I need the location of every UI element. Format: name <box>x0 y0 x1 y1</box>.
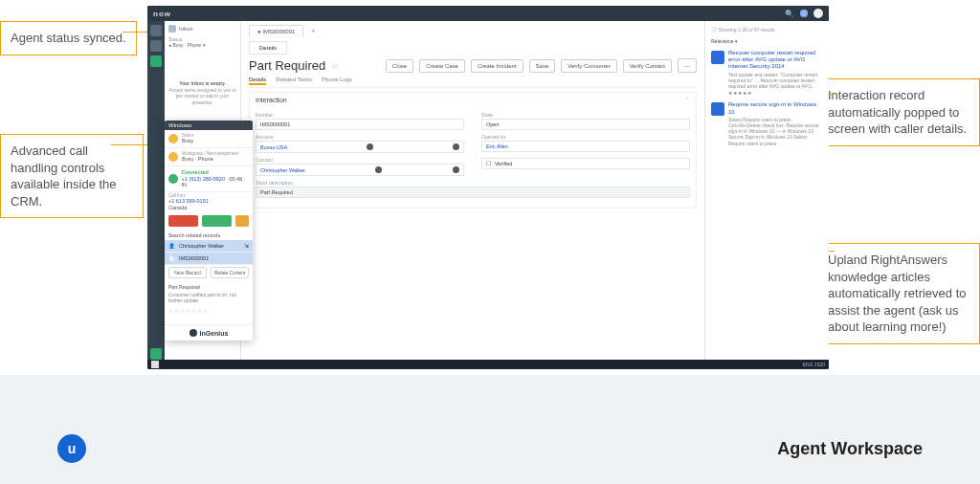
new-record-button[interactable]: New Record <box>168 267 207 278</box>
subtab-details[interactable]: Details <box>249 41 287 55</box>
tab-add-button[interactable]: + <box>305 25 321 37</box>
inbox-tab-icon <box>168 25 176 33</box>
value: Verified <box>495 161 512 166</box>
results-meta: 📄 Showing 1-30 of 97 results <box>711 27 823 33</box>
lookup-icon[interactable] <box>453 166 459 173</box>
state-field[interactable]: Open <box>481 119 690 130</box>
cti-footer: InGenius <box>165 324 253 341</box>
avatar[interactable] <box>813 9 823 18</box>
notification-icon[interactable] <box>800 10 808 17</box>
call-buttons <box>165 211 253 231</box>
cti-panel: Windows StatusBusy Workgroup / Next assi… <box>165 121 253 341</box>
val[interactable]: Busy <box>182 138 194 144</box>
relate-current-button[interactable]: Relate Current <box>211 267 249 278</box>
knowledge-article[interactable]: Recover computer restart required error … <box>711 50 823 96</box>
comment[interactable]: Customer notified part is on, not furthe… <box>165 292 253 307</box>
transfer-button[interactable] <box>235 215 249 227</box>
footer-band <box>0 375 980 484</box>
left-rail <box>147 21 165 360</box>
info-icon[interactable] <box>367 143 373 150</box>
inbox-icon[interactable] <box>150 40 162 52</box>
search-label: Search related records <box>165 231 253 240</box>
phone-icon[interactable] <box>150 348 162 360</box>
openedfor-field[interactable]: Eric Allen <box>481 141 690 152</box>
create-incident-button[interactable]: Create Incident <box>471 59 523 73</box>
tab-record[interactable]: ● IMS0000001 <box>249 25 303 37</box>
record-column: ● IMS0000001 + Details Part Required ☆ C… <box>241 21 704 360</box>
label: Short description <box>256 180 690 186</box>
account-field[interactable]: Boxeo USA <box>256 141 464 153</box>
value: Christopher Walker <box>260 167 305 173</box>
callout-knowledge: Upland RightAnswers knowledge articles a… <box>817 243 980 344</box>
result-row[interactable]: 📄IMS0000001 <box>165 253 253 265</box>
callout-call-controls: Advanced call handling controls availabl… <box>0 134 144 218</box>
form-tabs: Details Related Tasks Phone Logs <box>249 77 697 88</box>
record-tabs: ● IMS0000001 + <box>249 25 697 37</box>
lookup-icon[interactable] <box>453 143 459 150</box>
sort-picker[interactable]: Relevance ▾ <box>711 38 823 44</box>
lab: Call from <box>168 193 186 198</box>
text: InGenius <box>200 330 229 337</box>
verify-consumer-button[interactable]: Verify Consumer <box>561 59 616 73</box>
text: IMS0000001 <box>179 255 209 261</box>
workspace-body: Inbox Status ● Busy · Phone ▾ Your inbox… <box>165 21 829 360</box>
os-taskbar: ENG 1520 <box>147 360 829 369</box>
val: Connected <box>182 169 249 176</box>
close-button[interactable]: Close <box>386 59 413 73</box>
star-icon[interactable]: ☆ <box>331 61 339 71</box>
section-title: Interaction <box>256 97 287 104</box>
formtab-details[interactable]: Details <box>249 77 266 85</box>
create-case-button[interactable]: Create Case <box>419 59 465 73</box>
windows-icon[interactable] <box>151 361 159 368</box>
record-header: Part Required ☆ Close Create Case Create… <box>249 58 697 73</box>
info-icon[interactable] <box>375 166 382 173</box>
record-icon: 📄 <box>168 255 175 261</box>
connected-icon <box>168 174 178 184</box>
more-button[interactable]: ⋯ <box>678 58 697 73</box>
inbox-empty-sub: Accept items assigned to you to get star… <box>168 87 236 106</box>
chevron-down-icon[interactable]: ⌃ <box>684 97 690 104</box>
label: Account <box>256 134 464 140</box>
article-desc: Test update and restart. "Computer resta… <box>728 72 823 90</box>
answer-button[interactable] <box>202 215 232 227</box>
verify-contact-button[interactable]: Verify Contact <box>623 59 672 73</box>
presence-icon[interactable] <box>150 55 162 67</box>
formtab-phonelogs[interactable]: Phone Logs <box>322 77 352 85</box>
text: Christopher Walker <box>179 243 224 249</box>
direction: IN <box>182 182 188 187</box>
formtab-related[interactable]: Related Tasks <box>276 77 312 85</box>
article-rating: ★★★★★ <box>728 90 823 96</box>
record-title: Part Required <box>249 58 325 73</box>
app-topbar: now 🔍 <box>147 6 829 21</box>
text: Agent status synced. <box>11 31 126 45</box>
brand: now <box>153 10 171 18</box>
link-icon[interactable]: ⇲ <box>244 243 249 249</box>
phone-number[interactable]: +1 (613) 280-0920 <box>182 176 225 182</box>
ingenius-logo-icon <box>189 329 197 337</box>
number-field[interactable]: IMS0000001 <box>256 119 464 130</box>
doc-icon <box>711 51 724 64</box>
val[interactable]: Busy · Phone <box>182 156 238 163</box>
text: Upland RightAnswers knowledge articles a… <box>828 253 967 334</box>
knowledge-article[interactable]: Require secure sign-in in Windows 10 Sel… <box>711 101 823 146</box>
home-icon[interactable] <box>150 25 162 36</box>
part-required-label: Part Required <box>165 282 253 292</box>
agent-status-picker[interactable]: ● Busy · Phone ▾ <box>168 42 236 48</box>
tab-label: IMS0000001 <box>262 29 295 34</box>
knowledge-column: 📄 Showing 1-30 of 97 results Relevance ▾… <box>704 21 829 360</box>
hangup-button[interactable] <box>168 215 198 227</box>
shortdesc-field[interactable]: Part Required <box>256 187 690 198</box>
label: Contact <box>256 157 464 163</box>
save-button[interactable]: Save <box>529 59 556 73</box>
result-row[interactable]: 👤Christopher Walker⇲ <box>165 240 253 253</box>
search-icon[interactable]: 🔍 <box>785 10 794 18</box>
slide-footer: u Agent Workspace <box>0 434 980 463</box>
inbox-title: Inbox <box>179 26 193 32</box>
wrapup-stars[interactable]: ☆☆☆☆☆☆☆ <box>165 307 253 314</box>
label: Number <box>256 112 464 118</box>
status-icon <box>168 134 178 143</box>
duration: 00:46 <box>230 176 243 182</box>
verified-field[interactable]: ☐ Verified <box>481 158 690 169</box>
contact-field[interactable]: Christopher Walker <box>256 164 464 176</box>
workgroup-icon <box>168 152 178 162</box>
